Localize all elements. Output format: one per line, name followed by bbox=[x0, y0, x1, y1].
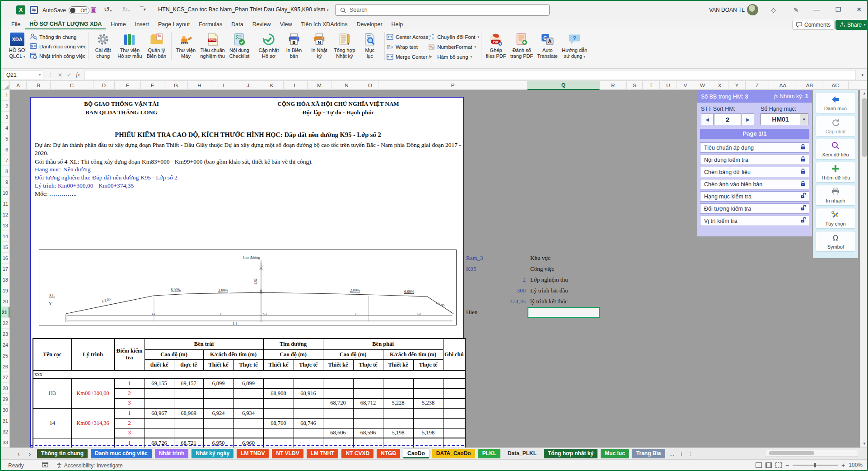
column-header-M[interactable]: M bbox=[308, 81, 331, 90]
pane-item-nội-dung-kiểm-tra[interactable]: Nội dung kiểm tra bbox=[700, 155, 809, 165]
column-header-Q[interactable]: Q bbox=[527, 81, 600, 90]
toolbar-button-tùy-chọn[interactable]: Tùy chọn bbox=[816, 208, 855, 229]
row-header-2[interactable]: 2 bbox=[1, 101, 9, 112]
ribbon-button-refresh-check[interactable]: Cập nhậtHồ sơ bbox=[256, 31, 281, 60]
helper-cell-num[interactable]: 2 bbox=[471, 274, 526, 285]
value-cell[interactable]: 6,899 bbox=[203, 378, 233, 388]
column-header-V[interactable]: V bbox=[677, 81, 694, 90]
column-header-W[interactable]: W bbox=[694, 81, 711, 90]
accessibility-status[interactable]: Accessibility: Investigate bbox=[56, 462, 123, 469]
row-header-7[interactable]: 7 bbox=[1, 155, 9, 166]
sheet-tab-data_plkl[interactable]: Data_PLKL bbox=[504, 449, 541, 458]
menu-tab-review[interactable]: Review bbox=[248, 20, 275, 29]
ribbon-button-notes[interactable]: Tổng hợpNhật ký bbox=[332, 31, 357, 60]
row-header-31[interactable]: 31 bbox=[1, 415, 9, 426]
horizontal-scrollbar[interactable] bbox=[765, 450, 858, 457]
row-header-28[interactable]: 28 bbox=[1, 383, 9, 394]
column-header-AA[interactable]: AA bbox=[769, 81, 797, 90]
menu-tab-tiện-ích-xdaddins[interactable]: Tiện ích XDAddins bbox=[297, 20, 352, 29]
value-cell[interactable]: 5,198 bbox=[413, 428, 443, 438]
value-cell[interactable] bbox=[294, 378, 323, 388]
ribbon-button-gear[interactable]: Cài đặtchung bbox=[90, 31, 116, 60]
menu-tab-view[interactable]: View bbox=[276, 20, 296, 29]
ribbon-button-qhelp[interactable]: ? Hướng dẫnsử dụng ▾ bbox=[560, 31, 589, 61]
value-cell[interactable] bbox=[233, 418, 263, 428]
ribbon-button-cal-clock[interactable]: Nhật trình công việc bbox=[30, 52, 86, 60]
select-all-corner[interactable] bbox=[1, 81, 10, 90]
value-cell[interactable] bbox=[263, 428, 294, 438]
row-header-6[interactable]: 6 bbox=[1, 144, 9, 155]
helper-cell-label[interactable]: Lớp nghiệm thu bbox=[530, 274, 568, 285]
sheet-tab-nt-vlđv[interactable]: NT VLĐV bbox=[272, 449, 303, 458]
value-cell[interactable] bbox=[323, 418, 353, 428]
value-cell[interactable] bbox=[383, 418, 413, 428]
row-header-32[interactable]: 32 bbox=[1, 426, 9, 437]
helper-cell-num[interactable]: 300 bbox=[471, 285, 526, 296]
stt-next-button[interactable]: ▶ bbox=[742, 113, 754, 125]
value-cell[interactable] bbox=[413, 388, 443, 398]
name-box[interactable]: Q21▾ bbox=[4, 70, 43, 80]
row-header-13[interactable]: 13 bbox=[1, 220, 9, 231]
row-header-9[interactable]: 9 bbox=[1, 177, 9, 188]
row-header-10[interactable]: 10 bbox=[1, 188, 9, 198]
row-header-8[interactable]: 8 bbox=[1, 166, 9, 177]
value-cell[interactable] bbox=[323, 408, 353, 418]
value-cell[interactable] bbox=[294, 428, 323, 438]
value-cell[interactable]: 68,969 bbox=[174, 408, 203, 418]
sheet-tab-plkl[interactable]: PLKL bbox=[478, 449, 500, 458]
column-header-G[interactable]: G bbox=[164, 81, 188, 90]
value-cell[interactable] bbox=[174, 428, 203, 438]
diem-cell[interactable]: 1 bbox=[114, 408, 145, 418]
value-cell[interactable]: 68,908 bbox=[263, 388, 294, 398]
menu-tab-file[interactable]: File bbox=[7, 20, 24, 29]
row-header-19[interactable]: 19 bbox=[1, 285, 9, 296]
ribbon-button-hàm-bổ-sung[interactable]: fxHàm bổ sung▾ bbox=[428, 52, 479, 61]
app-menu-button[interactable]: XDA HỒ SƠQLCL ▾ bbox=[5, 31, 30, 61]
excel-logo-icon[interactable]: X bbox=[16, 5, 25, 14]
ribbon-button-chuyển-đổi-font[interactable]: aaChuyển đổi Font▾ bbox=[428, 33, 479, 42]
ribbon-button-digger[interactable]: Thư việnMáy bbox=[173, 31, 199, 60]
value-cell[interactable] bbox=[294, 408, 323, 418]
helper-cell-label[interactable]: Công việc bbox=[530, 264, 554, 274]
value-cell[interactable]: 5,198 bbox=[383, 428, 413, 438]
column-header-U[interactable]: U bbox=[660, 81, 677, 90]
premium-diamond-icon[interactable]: ◇ bbox=[771, 6, 776, 14]
pane-item-chèn-ảnh-vào-biên-bản[interactable]: Chèn ảnh vào biên bản bbox=[700, 179, 809, 189]
value-cell[interactable] bbox=[145, 428, 174, 438]
expand-formula-bar-icon[interactable]: ▾ bbox=[858, 73, 867, 77]
column-header-AB[interactable]: AB bbox=[797, 81, 822, 90]
ribbon-button-tcvn[interactable]: TCVN Tiêu chuẩnnghiệm thu bbox=[199, 31, 227, 60]
vertical-scrollbar[interactable]: ▲ ▼ bbox=[860, 90, 868, 447]
column-header-J[interactable]: J bbox=[236, 81, 260, 90]
row-header-23[interactable]: 23 bbox=[1, 329, 9, 339]
row-header-24[interactable]: 24 bbox=[1, 339, 9, 350]
value-cell[interactable] bbox=[203, 418, 233, 428]
ribbon-button-center-across[interactable]: Center Across bbox=[387, 33, 428, 42]
diem-cell[interactable]: 3 bbox=[114, 398, 145, 408]
diem-cell[interactable]: 3 bbox=[114, 428, 145, 438]
tabs-scroll-left-icon[interactable]: ‹ bbox=[14, 450, 23, 457]
formula-input[interactable] bbox=[84, 70, 856, 80]
value-cell[interactable]: 6,934 bbox=[233, 408, 263, 418]
value-cell[interactable]: 68,596 bbox=[353, 428, 383, 438]
zoom-out-icon[interactable]: − bbox=[785, 462, 789, 469]
new-sheet-button[interactable]: + bbox=[679, 450, 684, 457]
toolbar-button-xem-dữ-liệu[interactable]: Xem dữ liệu bbox=[816, 139, 855, 160]
tabs-scroll-right-icon[interactable]: › bbox=[26, 450, 34, 457]
value-cell[interactable] bbox=[174, 398, 203, 408]
sheet-tab-thông-tin-chung[interactable]: Thông tin chung bbox=[37, 449, 88, 458]
ribbon-button-merge-center[interactable]: Merge Center bbox=[387, 52, 428, 61]
value-cell[interactable]: 6,899 bbox=[233, 378, 263, 388]
value-cell[interactable] bbox=[383, 408, 413, 418]
value-cell[interactable] bbox=[353, 408, 383, 418]
sheet-tab-data_caodo[interactable]: DATA_CaoDo bbox=[432, 449, 475, 458]
dropdown-arrow-icon[interactable]: ▼ bbox=[800, 114, 808, 125]
stt-value[interactable]: 2 bbox=[714, 113, 741, 125]
value-cell[interactable]: 68,606 bbox=[323, 428, 353, 438]
toolbar-button-in-nhanh[interactable]: In nhanh bbox=[816, 185, 855, 206]
column-header-F[interactable]: F bbox=[141, 81, 164, 90]
value-cell[interactable]: 68,746 bbox=[294, 418, 323, 428]
value-cell[interactable] bbox=[233, 428, 263, 438]
tab-overflow-icon[interactable]: … bbox=[668, 451, 676, 457]
qat-grid-icon[interactable]: ⇆ bbox=[30, 6, 38, 14]
